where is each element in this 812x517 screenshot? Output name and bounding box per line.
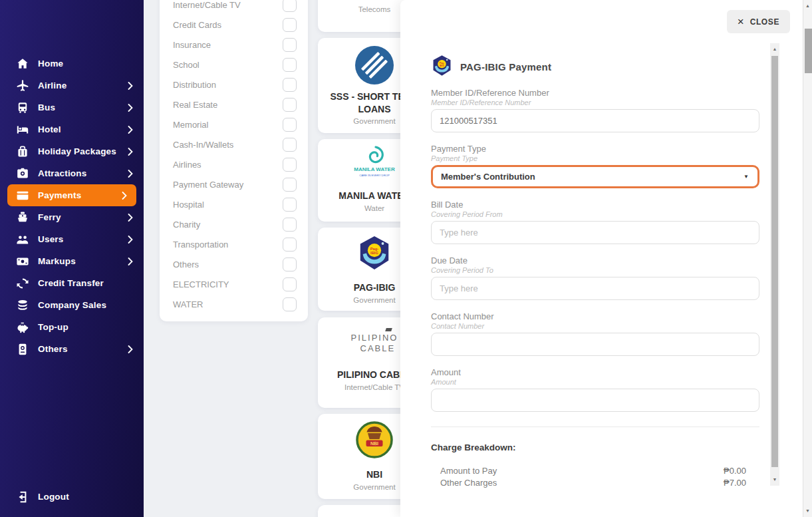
field-label: Due Date [431, 256, 759, 265]
due-date-input[interactable] [431, 277, 759, 300]
biller-category: Government [353, 117, 395, 125]
field-label: Amount [431, 368, 759, 377]
credit-card-icon [16, 189, 29, 202]
filter-row: School [173, 55, 297, 75]
close-label: CLOSE [750, 17, 779, 27]
amount-input[interactable] [431, 389, 759, 412]
sidebar-item-hotel[interactable]: Hotel [0, 118, 144, 140]
field-sublabel: Covering Period To [431, 266, 759, 275]
charge-row: Amount to Pay ₱0.00 [440, 464, 746, 476]
sidebar-item-holiday-packages[interactable]: Holiday Packages [0, 140, 144, 162]
scroll-up-icon[interactable]: ▲ [803, 3, 812, 9]
selected-option: Member's Contribution [441, 172, 535, 182]
filter-checkbox[interactable] [283, 118, 297, 132]
charge-label: Amount to Pay [440, 466, 497, 476]
logout-icon [16, 490, 29, 504]
scroll-up-icon[interactable]: ▲ [770, 46, 779, 53]
filter-checkbox[interactable] [283, 238, 297, 252]
sidebar-item-label: Users [38, 234, 128, 244]
biller-category: Government [353, 296, 395, 304]
field-label: Payment Type [431, 144, 759, 154]
logout-button[interactable]: Logout [0, 486, 144, 508]
field-sublabel: Payment Type [431, 154, 759, 163]
dropdown-caret-icon: ▼ [744, 174, 749, 180]
filter-checkbox[interactable] [283, 98, 297, 112]
field-sublabel: Amount [431, 378, 759, 387]
filter-label: School [173, 60, 200, 70]
filter-label: Transportation [173, 240, 228, 250]
member-id-block: Member ID/Reference Number Member ID/Ref… [431, 88, 759, 132]
filter-checkbox[interactable] [283, 277, 297, 291]
member-id-input[interactable] [431, 109, 759, 132]
filter-checkbox[interactable] [283, 258, 297, 271]
filter-label: Others [173, 259, 199, 269]
payment-type-select[interactable]: Member's Contribution ▼ [431, 165, 759, 188]
filter-label: Cash-In/Wallets [173, 140, 233, 150]
sidebar-item-label: Credit Transfer [38, 278, 133, 288]
page-scrollbar[interactable]: ▲ ▼ [803, 0, 812, 517]
scroll-down-icon[interactable]: ▼ [770, 476, 779, 483]
contact-number-input[interactable] [431, 333, 759, 356]
filter-checkbox[interactable] [283, 18, 297, 32]
sss-logo [354, 45, 395, 88]
filter-checkbox[interactable] [283, 58, 297, 72]
sidebar-item-home[interactable]: Home [0, 53, 144, 75]
filter-checkbox[interactable] [283, 297, 297, 311]
bed-icon [16, 123, 29, 136]
bill-date-input[interactable] [431, 221, 759, 244]
filter-row: Memorial [173, 114, 297, 134]
drawer-scrollbar[interactable]: ▲ ▼ [770, 43, 779, 486]
drawer-header: Pag- IBIG PAG-IBIG Payment [431, 55, 551, 79]
sidebar-item-users[interactable]: Users [0, 228, 144, 250]
sidebar-item-label: Ferry [38, 212, 128, 222]
chevron-right-icon [128, 148, 133, 156]
sidebar-item-credit-transfer[interactable]: Credit Transfer [0, 272, 144, 294]
sidebar-item-label: Payments [38, 190, 122, 200]
sidebar-item-label: Company Sales [38, 300, 133, 310]
filter-label: Real Estate [173, 100, 217, 110]
filter-checkbox[interactable] [283, 158, 297, 172]
filter-label: Airlines [173, 160, 202, 170]
sidebar-item-attractions[interactable]: Attractions [0, 162, 144, 184]
filter-checkbox[interactable] [283, 0, 297, 12]
filter-checkbox[interactable] [283, 218, 297, 232]
bus-icon [16, 101, 29, 114]
sidebar-item-label: Airline [38, 81, 128, 90]
scroll-down-icon[interactable]: ▼ [803, 508, 812, 514]
sidebar-item-payments[interactable]: Payments [7, 184, 136, 206]
airplane-icon [16, 79, 29, 92]
biller-category: Internet/Cable TV [344, 383, 404, 391]
sidebar-item-bus[interactable]: Bus [0, 96, 144, 118]
transfer-icon [16, 277, 29, 290]
filter-label: Charity [173, 220, 200, 230]
page-scrollbar-thumb[interactable] [805, 29, 812, 73]
filter-row: Hospital [173, 194, 297, 214]
filter-checkbox[interactable] [283, 38, 297, 52]
charge-breakdown-title: Charge Breakdown: [431, 442, 759, 452]
drawer-title: PAG-IBIG Payment [460, 61, 551, 73]
sidebar-item-label: Holiday Packages [38, 146, 128, 156]
sidebar-item-top-up[interactable]: Top-up [0, 316, 144, 338]
sidebar-item-markups[interactable]: Markups [0, 250, 144, 272]
piggy-bank-icon [16, 321, 29, 334]
filter-checkbox[interactable] [283, 198, 297, 212]
filter-checkbox[interactable] [283, 178, 297, 192]
filter-checkbox[interactable] [283, 78, 297, 92]
home-icon [16, 57, 29, 71]
filter-row: ELECTRICITY [173, 274, 297, 294]
svg-text:IBIG: IBIG [440, 65, 444, 67]
close-button[interactable]: × CLOSE [727, 10, 790, 33]
filter-row: Payment Gateway [173, 174, 297, 194]
sidebar-item-ferry[interactable]: Ferry [0, 206, 144, 228]
svg-text:MANILA WATER: MANILA WATER [354, 166, 395, 172]
field-label: Contact Number [431, 312, 759, 321]
filter-checkbox[interactable] [283, 138, 297, 152]
drawer-scrollbar-thumb[interactable] [771, 56, 778, 467]
sidebar-nav: Home Airline Bus Hotel Holiday Packages … [0, 53, 144, 360]
svg-text:Pag-: Pag- [370, 247, 379, 251]
svg-text:NBI: NBI [370, 441, 378, 446]
sidebar-item-airline[interactable]: Airline [0, 75, 144, 96]
sidebar-item-others[interactable]: Others [0, 338, 144, 360]
sidebar-item-company-sales[interactable]: Company Sales [0, 294, 144, 316]
filter-row: Cash-In/Wallets [173, 134, 297, 154]
